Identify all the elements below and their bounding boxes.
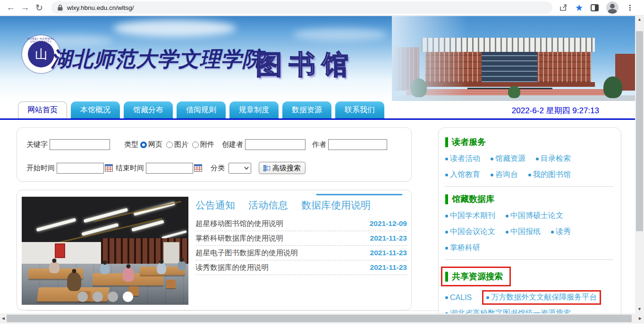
sidebar-link-my-library[interactable]: 我的图书馆	[528, 170, 571, 180]
advanced-search-button[interactable]: 高级搜索	[259, 162, 305, 174]
nav-tab-contact[interactable]: 联系我们	[335, 101, 384, 118]
bookmark-star-icon[interactable]: ★	[575, 3, 583, 12]
news-tab-activities[interactable]: 活动信息	[248, 199, 288, 212]
carousel-dot[interactable]	[77, 292, 88, 302]
nav-tab-data-resources[interactable]: 数据资源	[282, 101, 331, 118]
keyword-input[interactable]	[50, 139, 110, 150]
menu-dots-icon[interactable]: ⋮	[626, 3, 634, 12]
profile-avatar[interactable]	[606, 1, 619, 14]
url-text: wlxy.hbnu.edu.cn/wltsg/	[67, 4, 134, 11]
sidebar-link-china-theses[interactable]: 中国博硕士论文	[506, 211, 563, 221]
news-tab-database-guides[interactable]: 数据库使用说明	[301, 199, 371, 212]
news-item: 掌桥科研数据库的使用说明 2021-11-23	[195, 231, 407, 246]
sidebar-divider	[445, 259, 613, 260]
scroll-down-arrow[interactable]: ▼	[635, 307, 644, 311]
carousel-dot[interactable]	[93, 292, 103, 302]
green-bar-icon	[445, 137, 448, 147]
sidebar-link-help-desk[interactable]: 咨询台	[491, 170, 518, 180]
scroll-right-arrow[interactable]: ►	[638, 316, 643, 321]
sidebar-link-calis[interactable]: CALIS	[445, 293, 472, 302]
type-label: 类型	[124, 140, 138, 149]
end-time-input[interactable]	[146, 163, 193, 174]
sidebar-link-china-newspapers[interactable]: 中国报纸	[506, 227, 541, 237]
keyword-label: 关键字	[26, 140, 48, 149]
sidebar-section-reader-services: 读者服务	[445, 136, 615, 148]
highlight-box-shared-resources: 共享资源搜索	[441, 267, 511, 286]
category-select[interactable]	[229, 163, 251, 174]
calendar-icon[interactable]	[194, 164, 202, 172]
bullet-icon	[445, 247, 448, 250]
news-item-date: 2021-11-23	[370, 234, 407, 242]
news-item-link[interactable]: 读秀数据库的使用说明	[195, 263, 269, 273]
lock-icon	[58, 5, 63, 11]
radio-webpage[interactable]: 网页	[140, 140, 162, 149]
nav-tab-overview[interactable]: 本馆概况	[71, 101, 120, 118]
sidebar-link-wanfang-foreign-literature[interactable]: 万方数据外文文献保障服务平台	[486, 293, 597, 302]
radio-selected-icon	[140, 142, 147, 148]
radio-image[interactable]: 图片	[166, 140, 188, 149]
carousel-dot-active[interactable]	[123, 292, 133, 302]
sidebar-link-china-journals[interactable]: 中国学术期刊	[445, 211, 495, 221]
carousel-dot[interactable]	[108, 292, 118, 302]
nav-tab-home[interactable]: 网站首页	[18, 101, 67, 118]
browser-toolbar: ← → ↻ wlxy.hbnu.edu.cn/wltsg/ ★ ⋮	[0, 0, 644, 16]
site-banner: HUBEI NORMAL UNIVERSITY 山 湖北师范大学文理学院 图书馆	[0, 16, 635, 101]
green-bar-icon	[445, 272, 448, 282]
scroll-up-arrow[interactable]: ▲	[635, 17, 644, 22]
library-building-photo	[392, 16, 635, 101]
news-tab-announcements[interactable]: 公告通知	[195, 199, 235, 212]
sidebar-link-catalog-search[interactable]: 目录检索	[536, 154, 571, 164]
sidebar-link-collection-resources[interactable]: 馆藏资源	[491, 154, 525, 164]
sidebar-link-duxiu[interactable]: 读秀	[551, 227, 571, 237]
news-item-link[interactable]: 超星电子图书数据库的使用说明	[195, 248, 298, 258]
start-time-label: 开始时间	[26, 164, 55, 173]
nav-tab-regulations[interactable]: 规章制度	[229, 101, 279, 118]
news-item-date: 2021-12-09	[370, 219, 407, 228]
news-item: 读秀数据库的使用说明 2021-11-23	[195, 260, 407, 275]
creator-input[interactable]	[245, 139, 305, 150]
window-edge	[0, 324, 644, 326]
author-input[interactable]	[328, 139, 387, 150]
author-label: 作者	[312, 140, 326, 149]
sidebar-link-zhangqiao-research[interactable]: 掌桥科研	[445, 243, 480, 253]
share-icon[interactable]	[559, 3, 568, 12]
vertical-scrollbar: ▲ ▼	[635, 16, 644, 313]
sidebar-link-reader-activities[interactable]: 读者活动	[445, 154, 480, 164]
reload-button[interactable]: ↻	[32, 2, 46, 13]
library-title: 图书馆	[256, 47, 355, 83]
start-time-input[interactable]	[57, 163, 104, 174]
side-panel-icon[interactable]	[591, 4, 599, 11]
news-item-link[interactable]: 掌桥科研数据库的使用说明	[195, 234, 283, 243]
bullet-icon	[445, 231, 448, 234]
bullet-icon	[528, 174, 531, 176]
bullet-icon	[486, 296, 489, 299]
toolbar-actions: ★ ⋮	[559, 1, 638, 14]
carousel-photo[interactable]	[22, 197, 188, 305]
advanced-search-icon	[263, 165, 270, 171]
carousel-dots	[77, 292, 133, 302]
calendar-icon[interactable]	[105, 164, 113, 172]
highlight-box-wanfang: 万方数据外文文献保障服务平台	[482, 290, 601, 305]
horizontal-scrollbar-thumb[interactable]	[7, 315, 632, 322]
site-search-panel: 关键字 类型 网页 图片 附件 创建者 作者	[17, 127, 412, 182]
radio-attachment[interactable]: 附件	[192, 140, 214, 149]
news-item-link[interactable]: 超星移动图书馆的使用说明	[195, 219, 283, 229]
nav-tab-borrow-rules[interactable]: 借阅规则	[177, 101, 226, 118]
bullet-icon	[506, 231, 508, 234]
news-item-date: 2021-11-23	[370, 249, 407, 257]
back-button[interactable]: ←	[4, 2, 18, 13]
forward-button[interactable]: →	[18, 2, 32, 13]
scroll-left-arrow[interactable]: ◄	[1, 316, 6, 321]
nav-tab-collection[interactable]: 馆藏分布	[124, 101, 173, 118]
category-label: 分类	[211, 164, 225, 173]
sidebar-divider	[445, 186, 613, 187]
news-list-area: 公告通知 活动信息 数据库使用说明 超星移动图书馆的使用说明 2021-12-0…	[195, 199, 407, 275]
vertical-scrollbar-thumb[interactable]	[636, 31, 643, 231]
section-divider	[26, 310, 465, 311]
sidebar-link-library-education[interactable]: 入馆教育	[445, 170, 480, 180]
sidebar-link-china-conference-papers[interactable]: 中国会议论文	[445, 227, 495, 237]
address-bar[interactable]: wlxy.hbnu.edu.cn/wltsg/	[51, 1, 552, 14]
news-panel: 公告通知 活动信息 数据库使用说明 超星移动图书馆的使用说明 2021-12-0…	[17, 190, 412, 310]
news-item-date: 2021-11-23	[370, 263, 407, 272]
sidebar-section-shared-resources: 共享资源搜索	[445, 271, 503, 282]
